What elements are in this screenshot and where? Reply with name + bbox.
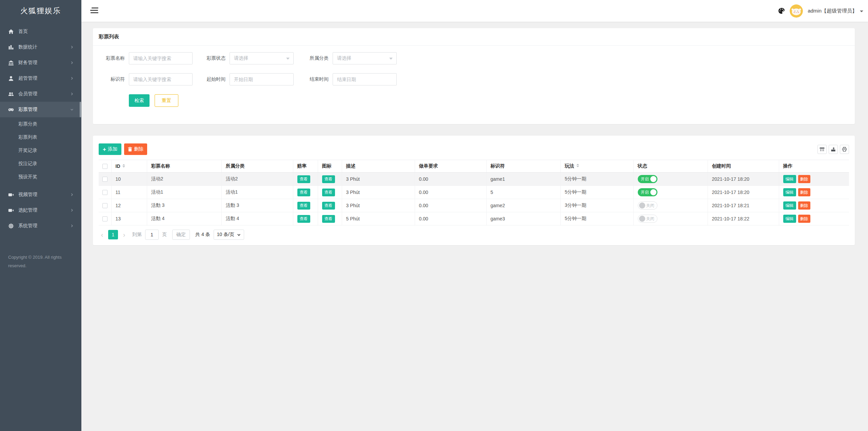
column-header[interactable]: 玩法 — [560, 160, 633, 173]
sidebar-item-concubine[interactable]: 选妃管理 — [0, 202, 81, 218]
delete-button[interactable]: 删除 — [124, 143, 147, 155]
start-time-label: 起始时间 — [193, 76, 230, 82]
chevron-right-icon — [70, 92, 74, 96]
sidebar-item-finance[interactable]: 财务管理 — [0, 55, 81, 71]
status-toggle[interactable]: 关闭 — [638, 201, 657, 210]
column-header[interactable]: ID — [111, 160, 147, 173]
reset-button[interactable]: 重置 — [155, 94, 178, 107]
filter-card: 彩票列表 彩票名称 彩票状态 请选择 所属分类 请选择 — [93, 28, 855, 124]
view-odds-button[interactable]: 查看 — [297, 202, 310, 210]
row-delete-button[interactable]: 删除 — [798, 215, 810, 223]
row-delete-button[interactable]: 删除 — [798, 188, 810, 196]
select-all-checkbox[interactable] — [102, 164, 107, 169]
toggle-knob — [639, 216, 645, 222]
cell-name: 活动1 — [147, 186, 221, 199]
row-checkbox[interactable] — [102, 203, 107, 208]
sidebar-toggle-icon[interactable] — [90, 7, 98, 15]
cell-id: 12 — [111, 199, 147, 212]
prev-page-button[interactable]: ‹ — [99, 231, 105, 238]
sidebar-item-lottery[interactable]: 彩票管理 — [0, 102, 81, 117]
sidebar-item-video[interactable]: 视频管理 — [0, 187, 81, 202]
export-button[interactable] — [829, 145, 838, 154]
chevron-right-icon — [70, 208, 74, 212]
row-delete-button[interactable]: 删除 — [798, 175, 810, 183]
sidebar-item-home[interactable]: 首页 — [0, 24, 81, 39]
brand-logo: 火狐狸娱乐 — [0, 0, 81, 22]
sidebar-item-preset-draw[interactable]: 预设开奖 — [0, 170, 81, 183]
cell-category: 活動 3 — [221, 199, 293, 212]
toggle-knob — [639, 202, 645, 209]
sidebar-item-bet-records[interactable]: 投注记录 — [0, 157, 81, 170]
sidebar-item-label: 数据统计 — [18, 44, 70, 50]
sidebar-item-label: 财务管理 — [18, 60, 70, 66]
sidebar-item-lottery-list[interactable]: 彩票列表 — [0, 131, 81, 144]
edit-button[interactable]: 编辑 — [783, 215, 796, 223]
row-checkbox[interactable] — [102, 177, 107, 182]
per-page-value: 10 条/页 — [217, 232, 234, 238]
status-filter-value: 请选择 — [234, 55, 248, 61]
add-button[interactable]: + 添加 — [99, 143, 121, 155]
column-header: 标识符 — [486, 160, 560, 173]
cell-id: 11 — [111, 186, 147, 199]
name-filter-label: 彩票名称 — [99, 55, 129, 61]
edit-button[interactable]: 编辑 — [783, 201, 796, 210]
user-menu[interactable]: admin【超级管理员】 — [808, 8, 863, 14]
edit-button[interactable]: 编辑 — [783, 175, 796, 183]
column-header: 描述 — [342, 160, 415, 173]
cell-play-type: 5分钟一期 — [560, 173, 633, 186]
sidebar-item-admins[interactable]: 超管管理 — [0, 71, 81, 86]
row-delete-button[interactable]: 删除 — [798, 201, 810, 210]
sidebar-item-lottery-category[interactable]: 彩票分类 — [0, 117, 81, 131]
identifier-filter-input[interactable] — [129, 73, 193, 85]
column-header: 做单要求 — [415, 160, 486, 173]
toggle-columns-button[interactable] — [817, 145, 827, 154]
view-odds-button[interactable]: 查看 — [297, 189, 310, 196]
next-page-button[interactable]: › — [121, 231, 127, 238]
table-row: 11活动1活动1查看查看3 Phút0.0055分钟一期开启2021-10-17… — [99, 186, 849, 199]
view-icon-button[interactable]: 查看 — [322, 175, 335, 183]
row-checkbox[interactable] — [102, 190, 107, 195]
goto-confirm-button[interactable]: 确定 — [172, 230, 190, 240]
status-filter-select[interactable]: 请选择 — [230, 52, 294, 64]
sort-icon[interactable] — [122, 164, 125, 168]
video-icon — [8, 208, 14, 213]
lottery-table: ID彩票名称所属分类赔率图标描述做单要求标识符玩法状态创建时间操作 10活动2活… — [99, 160, 849, 226]
cell-created-time: 2021-10-17 18:22 — [708, 212, 779, 226]
start-date-input[interactable] — [230, 73, 294, 85]
theme-palette-icon[interactable] — [778, 7, 785, 14]
view-icon-button[interactable]: 查看 — [322, 202, 335, 210]
sidebar-item-system[interactable]: 系统管理 — [0, 218, 81, 234]
view-icon-button[interactable]: 查看 — [322, 215, 335, 223]
sort-icon[interactable] — [576, 164, 579, 167]
sidebar-scrollbar-thumb[interactable] — [80, 102, 81, 117]
avatar[interactable] — [790, 4, 803, 18]
sidebar-item-members[interactable]: 会员管理 — [0, 86, 81, 102]
cell-order-requirement: 0.00 — [415, 199, 486, 212]
current-page-button[interactable]: 1 — [108, 230, 118, 239]
goto-page-input[interactable] — [145, 230, 159, 240]
row-checkbox[interactable] — [102, 216, 107, 221]
status-toggle[interactable]: 开启 — [638, 175, 657, 183]
status-toggle[interactable]: 关闭 — [638, 215, 657, 223]
per-page-select[interactable]: 10 条/页 — [214, 230, 244, 240]
chart-icon — [8, 44, 14, 50]
end-date-input[interactable] — [333, 73, 397, 85]
sidebar-item-stats[interactable]: 数据统计 — [0, 39, 81, 55]
view-odds-button[interactable]: 查看 — [297, 215, 310, 223]
category-filter-label: 所属分类 — [294, 55, 333, 61]
view-icon-button[interactable]: 查看 — [322, 189, 335, 196]
view-odds-button[interactable]: 查看 — [297, 175, 310, 183]
sidebar-item-draw-records[interactable]: 开奖记录 — [0, 144, 81, 157]
status-label: 开启 — [641, 190, 649, 195]
edit-button[interactable]: 编辑 — [783, 188, 796, 196]
home-icon — [8, 29, 14, 35]
category-filter-select[interactable]: 请选择 — [333, 52, 397, 64]
top-bar: admin【超级管理员】 — [81, 0, 868, 22]
cell-identifier: game3 — [486, 212, 560, 226]
status-toggle[interactable]: 开启 — [638, 188, 657, 196]
search-button[interactable]: 检索 — [129, 94, 150, 107]
cell-category: 活動 4 — [221, 212, 293, 226]
print-button[interactable] — [840, 145, 849, 154]
name-filter-input[interactable] — [129, 52, 193, 64]
cell-identifier: game1 — [486, 173, 560, 186]
